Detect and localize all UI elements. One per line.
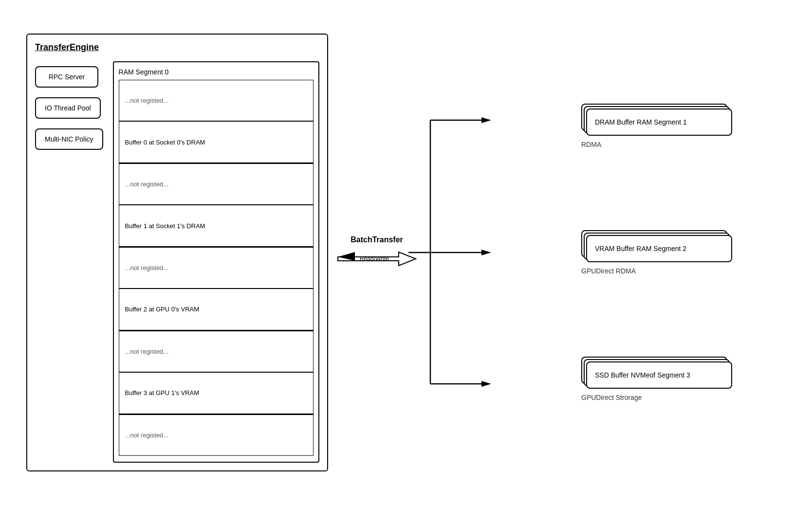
dram-box-front: DRAM Buffer RAM Segment 1: [586, 108, 732, 136]
ssd-segment-group: SSD Buffer NVMeof Segment 3 GPUDirect St…: [581, 357, 737, 401]
diagram-wrapper: TransferEngine RPC Server IO Thread Pool…: [26, 19, 786, 486]
buffer-item-buf-2: Buffer 2 at GPU 0's VRAM: [119, 289, 313, 331]
buffer-item-buf-3: Buffer 3 at GPU 1's VRAM: [119, 373, 313, 415]
svg-marker-8: [481, 250, 491, 255]
vram-segment-group: VRAM Buffer RAM Segment 2 GPUDirect RDMA: [581, 230, 737, 275]
multi-nic-policy-box: Multi-NIC Policy: [35, 128, 103, 150]
ram-segment-box: RAM Segment 0 ...not registed...Buffer 0…: [113, 61, 319, 463]
io-thread-pool-box: IO Thread Pool: [35, 97, 101, 119]
vram-stacked-wrapper: VRAM Buffer RAM Segment 2: [581, 230, 737, 263]
transfer-engine-box: TransferEngine RPC Server IO Thread Pool…: [26, 34, 328, 471]
buffer-item-buf-1: Buffer 1 at Socket 1's DRAM: [119, 205, 313, 247]
buffer-item-buf-not3: ...not registed...: [119, 248, 313, 289]
buffer-list: ...not registed...Buffer 0 at Socket 0's…: [119, 80, 314, 456]
buffer-item-buf-not2: ...not registed...: [119, 164, 313, 205]
dram-connection-label: RDMA: [581, 141, 737, 148]
vram-box-front: VRAM Buffer RAM Segment 2: [586, 235, 732, 262]
middle-right-area: BatchTransfer Read/Write: [328, 34, 757, 471]
buffer-item-buf-not5: ...not registed...: [119, 415, 313, 455]
ssd-connection-label: GPUDirect Strorage: [581, 394, 737, 401]
rpc-server-box: RPC Server: [35, 66, 98, 88]
dram-segment-group: DRAM Buffer RAM Segment 1 RDMA: [581, 104, 737, 148]
ram-segment-title: RAM Segment 0: [119, 68, 314, 76]
ssd-box-front: SSD Buffer NVMeof Segment 3: [586, 361, 732, 389]
ssd-stacked-wrapper: SSD Buffer NVMeof Segment 3: [581, 357, 737, 390]
right-segments: DRAM Buffer RAM Segment 1 RDMA VRAM Buff…: [581, 34, 737, 471]
buffer-item-buf-0: Buffer 0 at Socket 0's DRAM: [119, 122, 313, 163]
svg-marker-6: [481, 117, 491, 123]
te-left-column: RPC Server IO Thread Pool Multi-NIC Poli…: [35, 61, 103, 463]
vram-connection-label: GPUDirect RDMA: [581, 267, 737, 275]
svg-marker-11: [481, 381, 491, 387]
dram-stacked-wrapper: DRAM Buffer RAM Segment 1: [581, 104, 737, 137]
buffer-item-buf-not1: ...not registed...: [119, 80, 313, 122]
buffer-item-buf-not4: ...not registed...: [119, 331, 313, 373]
transfer-engine-title: TransferEngine: [35, 42, 99, 53]
